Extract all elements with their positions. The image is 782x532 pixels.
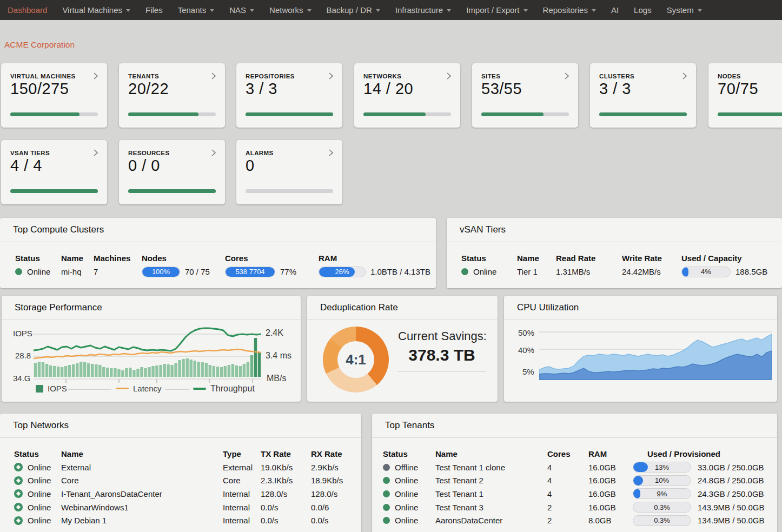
iops-bar bbox=[53, 366, 56, 377]
throughput-line bbox=[34, 328, 261, 351]
card-progress bbox=[481, 112, 569, 116]
card-value: 0 bbox=[246, 157, 255, 174]
table-row[interactable]: OnlineAaronsDataCenter28.0GB0.3%134.9MB … bbox=[372, 514, 777, 527]
stat-card-alarms[interactable]: ALARMS0 bbox=[236, 140, 342, 204]
nav-item-virtual-machines[interactable]: Virtual Machines bbox=[62, 5, 130, 15]
iops-bar bbox=[38, 362, 41, 377]
nav-item-label: Tenants bbox=[178, 5, 207, 15]
table-row[interactable]: OfflineTest Tenant 1 clone416.0GB13%33.0… bbox=[372, 461, 777, 474]
table-row[interactable]: OnlineExternalExternal19.0Kb/s2.9Kb/s bbox=[0, 461, 361, 474]
storage-yright-latency: 3.4 ms bbox=[266, 351, 291, 361]
nav-item-files[interactable]: Files bbox=[145, 5, 163, 15]
table-row[interactable]: Onlinemi-hq7100%70 / 75538 770477%26%1.0… bbox=[0, 265, 436, 278]
cluster-cores-cell: 538 770477% bbox=[225, 267, 319, 277]
nav-item-infrastructure[interactable]: Infrastructure bbox=[395, 5, 451, 15]
stat-card-vsan-tiers[interactable]: VSAN TIERS4 / 4 bbox=[1, 140, 107, 204]
iops-bar bbox=[228, 365, 230, 377]
tenant-used-pill-cell: 0.3% bbox=[633, 502, 698, 513]
networks-table: StatusNameTypeTX RateRX RateOnlineExtern… bbox=[0, 447, 361, 527]
nav-item-label: Dashboard bbox=[8, 5, 47, 15]
vsan-table: StatusNameRead RateWrite RateUsed / Capa… bbox=[447, 251, 782, 278]
card-progress bbox=[599, 112, 687, 116]
used-capacity-pill: 4% bbox=[681, 267, 731, 277]
chevron-down-icon bbox=[592, 9, 596, 12]
rx-rate: 0.0/6 bbox=[311, 503, 361, 512]
chevron-right-icon bbox=[329, 149, 333, 158]
card-progress bbox=[246, 112, 333, 116]
table-row[interactable]: OnlineWebinarWindows1Internal0.0/s0.0/6 bbox=[0, 501, 361, 514]
iops-bar bbox=[178, 360, 181, 377]
legend-item-iops: IOPS bbox=[36, 384, 67, 393]
table-row[interactable]: OnlineTest Tenant 2416.0GB10%24.8GB / 25… bbox=[372, 474, 777, 487]
status-label: Online bbox=[395, 516, 418, 525]
cpu-ytick-40: 40% bbox=[518, 345, 534, 355]
stat-card-sites[interactable]: SITES53/55 bbox=[472, 63, 578, 128]
nav-item-label: Backup / DR bbox=[327, 5, 372, 15]
column-header: Status bbox=[15, 254, 61, 263]
storage-ylabel-bottom: 34.G bbox=[13, 374, 31, 383]
stat-card-clusters[interactable]: CLUSTERS3 / 3 bbox=[590, 63, 696, 128]
cluster-ram-cell: 26%1.0BTB / 4.13TB bbox=[319, 267, 436, 277]
pill-label: 9% bbox=[633, 489, 691, 498]
iops-bar bbox=[194, 361, 196, 377]
card-progress bbox=[718, 112, 782, 116]
status-online-icon bbox=[14, 503, 23, 511]
nav-item-repositories[interactable]: Repositories bbox=[543, 5, 596, 15]
nav-item-networks[interactable]: Networks bbox=[269, 5, 312, 15]
nav-item-dashboard[interactable]: Dashboard bbox=[8, 5, 47, 15]
iops-bar bbox=[243, 364, 246, 377]
stat-card-virtual-machines[interactable]: VIRTUAL MACHINES150/275 bbox=[1, 63, 107, 128]
table-header-row: StatusNameMachinesNodesCoresRAM bbox=[0, 251, 436, 265]
nav-item-import-export[interactable]: Import / Export bbox=[466, 5, 527, 15]
nodes-value: 70 / 75 bbox=[185, 267, 210, 276]
table-row[interactable]: OnlineTest Tenant 1416.0GB9%24.3GB / 250… bbox=[372, 487, 777, 501]
current-savings-value: 378.3 TB bbox=[398, 346, 486, 364]
iops-bar bbox=[224, 366, 227, 377]
nav-item-ai[interactable]: AI bbox=[611, 5, 619, 15]
legend-divider bbox=[68, 389, 111, 390]
legend-item-throughput: Throughput bbox=[193, 384, 255, 394]
nav-item-label: Networks bbox=[269, 5, 303, 15]
stat-card-tenants[interactable]: TENANTS20/22 bbox=[119, 63, 225, 128]
top-compute-clusters-panel: Top Compute Clusters StatusNameMachinesN… bbox=[0, 218, 436, 288]
iops-bar bbox=[57, 367, 59, 377]
nav-item-logs[interactable]: Logs bbox=[634, 5, 652, 15]
nav-item-nas[interactable]: NAS bbox=[229, 5, 254, 15]
table-row[interactable]: OnlineCoreCore2.3.IKb/s18.9Kb/s bbox=[0, 474, 361, 487]
clusters-table: StatusNameMachinesNodesCoresRAMOnlinemi-… bbox=[0, 251, 436, 278]
table-header-row: StatusNameRead RateWrite RateUsed / Capa… bbox=[447, 251, 782, 265]
iops-bar bbox=[205, 363, 208, 377]
nav-item-system[interactable]: System bbox=[667, 5, 702, 15]
stat-card-resources[interactable]: RESOURCES0 / 0 bbox=[119, 140, 225, 204]
table-row[interactable]: OnlineI-Tenant_AaronsDataCenterInternal1… bbox=[0, 487, 361, 501]
tenant-used-pill-cell: 9% bbox=[633, 488, 698, 499]
nav-item-backup-dr[interactable]: Backup / DR bbox=[327, 5, 380, 15]
tenant-ram: 16.0GB bbox=[588, 476, 633, 485]
nav-item-tenants[interactable]: Tenants bbox=[178, 5, 215, 15]
network-name: My Debian 1 bbox=[61, 516, 223, 525]
iops-bar bbox=[72, 364, 75, 377]
legend-divider bbox=[165, 389, 189, 390]
tier-name: Tier 1 bbox=[517, 267, 556, 276]
network-name: I-Tenant_AaronsDataCenter bbox=[61, 489, 223, 498]
iops-bar bbox=[186, 358, 189, 377]
iops-bar bbox=[159, 365, 162, 377]
status-dot bbox=[461, 268, 468, 275]
panel-title-storage: Storage Performance bbox=[2, 296, 301, 320]
iops-bar bbox=[87, 363, 90, 377]
tenant-ram: 16.0GB bbox=[588, 489, 633, 498]
column-header: Cores bbox=[547, 449, 588, 458]
card-top: ALARMS bbox=[246, 149, 333, 157]
table-row[interactable]: OnlineTier 11.31MB/s24.42MB/s4%188.5GB bbox=[447, 265, 782, 278]
stat-card-repositories[interactable]: REPOSITORIES3 / 3 bbox=[236, 63, 342, 128]
status-dot bbox=[383, 504, 390, 511]
status-cell: Online bbox=[461, 267, 517, 276]
stat-card-networks[interactable]: NETWORKS14 / 20 bbox=[354, 63, 460, 128]
iops-bar bbox=[83, 362, 86, 377]
table-row[interactable]: OnlineTest Tenant 3216.0GB0.3%143.9MB / … bbox=[372, 501, 777, 514]
iops-bar bbox=[125, 368, 128, 377]
stat-card-nodes[interactable]: NODES70/75 bbox=[708, 63, 782, 128]
status-online-icon bbox=[14, 516, 23, 525]
table-row[interactable]: OnlineMy Debian 1Internal0.0/s0.0/s bbox=[0, 514, 361, 527]
used-provisioned-value: 24.8GB / 250.0GB bbox=[698, 476, 777, 485]
